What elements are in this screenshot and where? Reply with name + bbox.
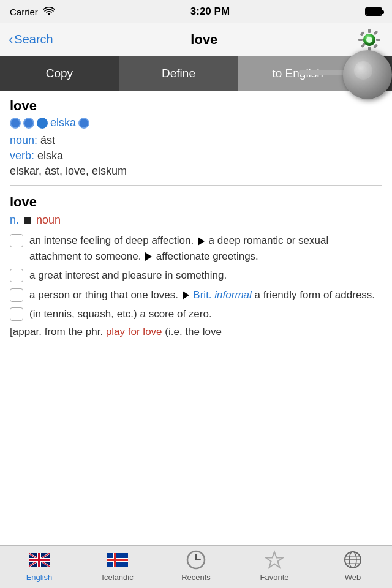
dots-row: elska (10, 116, 382, 129)
svg-rect-6 (360, 31, 365, 36)
tab-web[interactable]: Web (314, 546, 392, 588)
checkbox-1[interactable] (10, 234, 23, 247)
copy-label: Copy (46, 67, 73, 80)
main-content: love elska noun: ást verb: elska elskar,… (0, 91, 392, 545)
tab-english-label: English (26, 573, 53, 582)
def-row-4: (in tennis, squash, etc.) a score of zer… (10, 306, 382, 322)
pos-n: n. (10, 214, 19, 227)
settings-button[interactable] (355, 26, 383, 54)
definition-section: love n. noun an intense feeling of deep … (10, 194, 382, 338)
dot-4 (78, 118, 89, 129)
tab-icelandic-label: Icelandic (102, 573, 133, 582)
play-arrow-1b[interactable] (145, 252, 152, 261)
tab-icelandic[interactable]: Icelandic (78, 546, 157, 588)
def1c-text: affectionate greetings. (156, 251, 258, 262)
define-label: Define (162, 67, 195, 80)
def-text-1: an intense feeling of deep affection. a … (29, 233, 382, 264)
svg-rect-4 (358, 39, 363, 41)
def3b-text: a friendly form of address. (255, 289, 375, 301)
speaker-knob[interactable] (343, 50, 392, 99)
checkbox-3[interactable] (10, 288, 23, 302)
def3-text: a person or thing that one loves. (29, 289, 178, 301)
checkbox-4[interactable] (10, 307, 23, 321)
def1-text: an intense feeling of deep affection. (29, 235, 194, 246)
tab-web-label: Web (345, 573, 361, 582)
noun-value: ást (40, 134, 55, 146)
tab-english[interactable]: English (0, 546, 78, 588)
definition-word: love (10, 194, 382, 210)
svg-rect-5 (376, 39, 380, 41)
toolbar-container: Copy Define to English (0, 56, 392, 91)
svg-rect-20 (29, 559, 50, 561)
define-button[interactable]: Define (119, 56, 239, 91)
dot-3 (37, 118, 48, 129)
copy-button[interactable]: Copy (0, 56, 119, 91)
play-arrow-3[interactable] (183, 291, 189, 300)
svg-rect-25 (107, 559, 128, 561)
play-for-love-link[interactable]: play for love (106, 326, 162, 337)
english-flag-icon (29, 549, 50, 570)
play-arrow-1[interactable] (198, 237, 205, 246)
def-row-2: a great interest and pleasure in somethi… (10, 268, 382, 284)
recents-clock-icon (186, 549, 206, 570)
tab-favorite[interactable]: Favorite (235, 546, 314, 588)
tab-favorite-label: Favorite (260, 573, 289, 582)
svg-point-11 (366, 37, 372, 43)
svg-marker-29 (266, 552, 283, 568)
wifi-icon (43, 6, 55, 18)
svg-rect-7 (373, 43, 378, 48)
bottom-text-suffix: (i.e. the love (165, 326, 222, 337)
nav-bar: ‹ Search love (0, 23, 392, 56)
chevron-left-icon: ‹ (9, 32, 13, 48)
status-carrier: Carrier (10, 6, 55, 18)
dots-word-link[interactable]: elska (50, 116, 76, 129)
dot-1 (10, 118, 21, 129)
favorite-star-icon (264, 549, 285, 570)
verb-value: elska (37, 149, 63, 162)
dots-word-text: elska (50, 116, 76, 129)
gear-icon (356, 26, 383, 53)
svg-rect-2 (368, 29, 371, 33)
icelandic-flag-icon (107, 549, 128, 570)
entry-word: love (10, 98, 382, 114)
tab-bar: English Icelandic Recents (0, 545, 392, 588)
def-text-4: (in tennis, squash, etc.) a score of zer… (29, 306, 382, 322)
def-text-3: a person or thing that one loves. Brit. … (29, 287, 382, 303)
page-title: love (190, 32, 217, 48)
status-bar: Carrier 3:20 PM (0, 0, 392, 23)
volume-track (299, 70, 348, 75)
noun-label: noun: (10, 134, 37, 146)
back-label: Search (14, 32, 53, 47)
dot-2 (23, 118, 34, 129)
battery-icon (365, 7, 382, 16)
tab-recents[interactable]: Recents (157, 546, 235, 588)
svg-rect-9 (374, 30, 379, 35)
def-text-2: a great interest and pleasure in somethi… (29, 268, 382, 284)
checkbox-2[interactable] (10, 269, 23, 282)
pos-square-icon (24, 217, 31, 224)
verb-line: verb: elska (10, 149, 382, 162)
bottom-text: [appar. from the phr. play for love (i.e… (10, 326, 382, 338)
noun-line: noun: ást (10, 134, 382, 147)
status-right (365, 7, 382, 16)
informal-label: informal (214, 289, 251, 301)
web-globe-icon (342, 549, 363, 570)
def-row-1: an intense feeling of deep affection. a … (10, 233, 382, 264)
brit-link[interactable]: Brit. (193, 289, 211, 301)
divider (10, 185, 382, 186)
carrier-text: Carrier (10, 7, 38, 17)
pos-line: n. noun (10, 214, 382, 227)
alt-forms: elskar, ást, love, elskum (10, 165, 382, 178)
verb-label: verb: (10, 149, 34, 162)
back-button[interactable]: ‹ Search (9, 32, 53, 48)
def-row-3: a person or thing that one loves. Brit. … (10, 287, 382, 303)
speaker-knob-area (343, 50, 392, 99)
tab-recents-label: Recents (181, 573, 211, 582)
pos-noun: noun (36, 214, 61, 227)
status-time: 3:20 PM (190, 6, 230, 18)
bottom-text-prefix: [appar. from the phr. (10, 326, 103, 337)
